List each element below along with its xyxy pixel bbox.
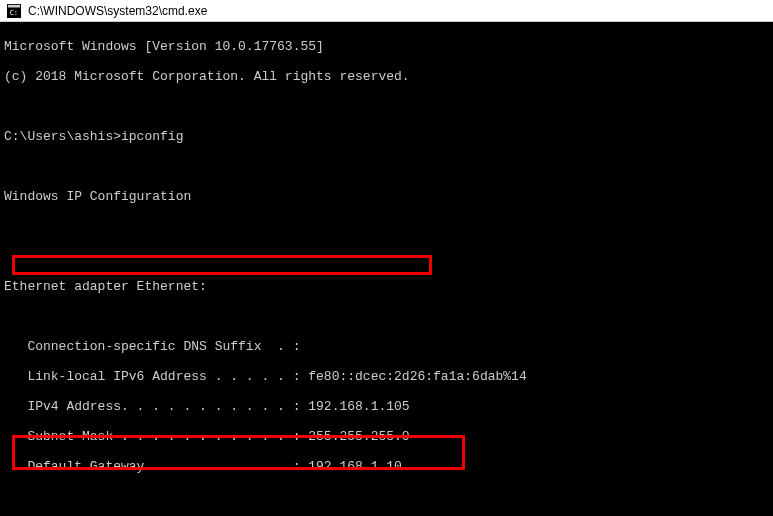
terminal-output[interactable]: Microsoft Windows [Version 10.0.17763.55… — [0, 22, 773, 516]
output-line — [4, 99, 769, 114]
svg-rect-1 — [8, 4, 20, 7]
ipv6-address-line: Link-local IPv6 Address . . . . . : fe80… — [4, 369, 769, 384]
output-line: Windows IP Configuration — [4, 189, 769, 204]
dns-suffix-line: Connection-specific DNS Suffix . : — [4, 339, 769, 354]
output-line — [4, 309, 769, 324]
adapter-header: Ethernet adapter Ethernet: — [4, 279, 769, 294]
ipv4-address-line: IPv4 Address. . . . . . . . . . . : 192.… — [4, 399, 769, 414]
output-line: Microsoft Windows [Version 10.0.17763.55… — [4, 39, 769, 54]
cmd-icon: C: — [6, 3, 22, 19]
window-title: C:\WINDOWS\system32\cmd.exe — [28, 4, 207, 18]
prompt-line: C:\Users\ashis>ipconfig — [4, 129, 769, 144]
output-line — [4, 219, 769, 234]
default-gateway-line: Default Gateway . . . . . . . . . : 192.… — [4, 459, 769, 474]
output-line: (c) 2018 Microsoft Corporation. All righ… — [4, 69, 769, 84]
subnet-mask-line: Subnet Mask . . . . . . . . . . . : 255.… — [4, 429, 769, 444]
svg-text:C:: C: — [10, 8, 18, 16]
output-line — [4, 159, 769, 174]
output-line — [4, 489, 769, 504]
output-line — [4, 249, 769, 264]
window-titlebar[interactable]: C: C:\WINDOWS\system32\cmd.exe — [0, 0, 773, 22]
